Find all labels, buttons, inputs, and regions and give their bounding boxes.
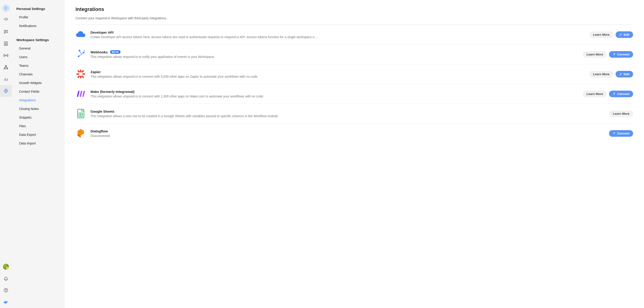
- dialogflow-connect-button[interactable]: Connect: [609, 130, 633, 137]
- svg-rect-8: [6, 68, 8, 69]
- double-check-icon: [4, 300, 8, 305]
- make-logo: [76, 89, 86, 99]
- zapier-edit-button[interactable]: Edit: [616, 71, 633, 77]
- rail-item-reports[interactable]: [0, 73, 12, 85]
- sidebar-item-data-import[interactable]: Data Import: [12, 139, 64, 148]
- webhooks-logo: [76, 49, 86, 59]
- sidebar-item-growth-widgets[interactable]: Growth Widgets: [12, 79, 64, 87]
- rail-item-inbox[interactable]: [0, 26, 12, 38]
- rail-item-broadcast[interactable]: [0, 49, 12, 61]
- gauge-icon: [4, 17, 8, 22]
- svg-point-13: [5, 90, 6, 91]
- svg-rect-6: [5, 65, 6, 66]
- rail-item-dashboard[interactable]: [0, 14, 12, 26]
- svg-point-18: [78, 56, 79, 57]
- sidebar-item-teams[interactable]: Teams: [12, 61, 64, 70]
- svg-point-5: [6, 55, 6, 56]
- sidebar-item-data-export[interactable]: Data Export: [12, 130, 64, 139]
- integration-row-zapier: ZapierThis integration allows respond.io…: [76, 64, 633, 84]
- svg-rect-20: [80, 76, 82, 78]
- sidebar-item-users[interactable]: Users: [12, 53, 64, 61]
- google-sheets-title: Google Sheets: [90, 109, 114, 113]
- developer-api-edit-button[interactable]: Edit: [616, 31, 633, 38]
- sidebar-item-files[interactable]: Files: [12, 122, 64, 130]
- chat-icon: [4, 29, 8, 34]
- main-content: Integrations Connect your respond.io Wor…: [64, 0, 644, 308]
- zapier-learn-more-button[interactable]: Learn More: [590, 71, 613, 77]
- plug-icon: [612, 132, 616, 135]
- rail-item-workflows[interactable]: [0, 61, 12, 73]
- svg-rect-23: [77, 70, 80, 73]
- make-title: Make (formerly Integromat): [90, 90, 134, 94]
- zapier-description: This integration allows respond.io to co…: [90, 75, 585, 78]
- sidebar-item-general[interactable]: General: [12, 44, 64, 53]
- svg-point-4: [6, 43, 6, 44]
- page-title: Integrations: [76, 6, 633, 12]
- svg-rect-19: [80, 70, 82, 72]
- rail-item-notifications[interactable]: [0, 273, 12, 284]
- webhooks-title: Webhooks: [90, 50, 108, 54]
- developer-api-description: Create Developer API access tokens here.…: [90, 35, 585, 39]
- sidebar-section-workspace: Workspace Settings: [12, 36, 64, 44]
- svg-point-17: [83, 52, 84, 53]
- rail-item-contacts[interactable]: [0, 38, 12, 49]
- google-sheets-logo: [76, 108, 86, 119]
- sidebar-item-integrations[interactable]: Integrations: [12, 96, 64, 104]
- webhooks-connect-button[interactable]: Connect: [609, 51, 633, 58]
- dialogflow-description: Disconnected: [90, 134, 604, 138]
- make-description: This integration allows respond.io to co…: [90, 94, 578, 98]
- webhooks-description: This integration allows respond.io to no…: [90, 55, 578, 59]
- developer-api-title: Developer API: [90, 30, 114, 34]
- integration-row-make: Make (formerly Integromat)This integrati…: [76, 84, 633, 104]
- dialogflow-logo: [76, 128, 86, 139]
- sidebar-item-profile[interactable]: Profile: [12, 13, 64, 21]
- sidebar-item-snippets[interactable]: Snippets: [12, 113, 64, 122]
- svg-point-16: [79, 50, 80, 51]
- google-sheets-description: This integration allows a new row to be …: [90, 114, 605, 118]
- user-avatar: [3, 264, 9, 270]
- webhooks-learn-more-button[interactable]: Learn More: [583, 51, 607, 58]
- sidebar-item-notifications[interactable]: Notifications: [12, 21, 64, 30]
- svg-point-0: [6, 20, 6, 20]
- svg-point-15: [6, 291, 6, 292]
- make-connect-button[interactable]: Connect: [609, 91, 633, 97]
- integration-row-webhooks: WebhooksBETAThis integration allows resp…: [76, 44, 633, 64]
- sidebar-item-contact-fields[interactable]: Contact Fields: [12, 87, 64, 96]
- rail-item-help[interactable]: [0, 284, 12, 296]
- icon-rail: C: [0, 0, 12, 308]
- make-learn-more-button[interactable]: Learn More: [583, 91, 607, 97]
- zapier-title: Zapier: [90, 70, 101, 74]
- integration-row-dialogflow: DialogflowDisconnectedConnect: [76, 124, 633, 143]
- bell-icon: [4, 276, 8, 281]
- rail-item-settings[interactable]: [0, 85, 12, 97]
- pencil-icon: [619, 33, 622, 36]
- broadcast-icon: [4, 53, 8, 58]
- google-sheets-learn-more-button[interactable]: Learn More: [609, 110, 633, 117]
- dialogflow-title: Dialogflow: [90, 129, 108, 133]
- beta-badge: BETA: [110, 50, 120, 54]
- sidebar-item-closing-notes[interactable]: Closing Notes: [12, 104, 64, 113]
- sidebar-item-channels[interactable]: Channels: [12, 70, 64, 79]
- rail-workspace-avatar[interactable]: C: [0, 2, 12, 14]
- developer-api-learn-more-button[interactable]: Learn More: [590, 31, 613, 38]
- svg-rect-26: [82, 75, 84, 78]
- integration-row-developer-api: Developer APICreate Developer API access…: [76, 25, 633, 44]
- bar-chart-icon: [4, 76, 8, 81]
- gear-icon: [4, 88, 8, 93]
- plug-icon: [612, 53, 616, 56]
- rail-item-user-profile[interactable]: [0, 261, 12, 273]
- help-icon: [4, 288, 8, 293]
- page-subtitle: Connect your respond.io Workspace with t…: [76, 16, 633, 20]
- svg-rect-24: [82, 70, 84, 73]
- settings-sidebar: Personal Settings ProfileNotifications W…: [12, 0, 64, 308]
- integration-row-google-sheets: Google SheetsThis integration allows a n…: [76, 104, 633, 124]
- developer-api-logo: [76, 29, 86, 40]
- workflow-icon: [4, 65, 8, 70]
- zapier-logo: [76, 69, 86, 79]
- svg-rect-21: [76, 73, 79, 75]
- pencil-icon: [619, 72, 622, 76]
- workspace-avatar-letter: C: [2, 4, 10, 12]
- rail-item-brand[interactable]: [0, 296, 12, 308]
- sidebar-section-personal: Personal Settings: [12, 5, 64, 13]
- plug-icon: [612, 92, 616, 95]
